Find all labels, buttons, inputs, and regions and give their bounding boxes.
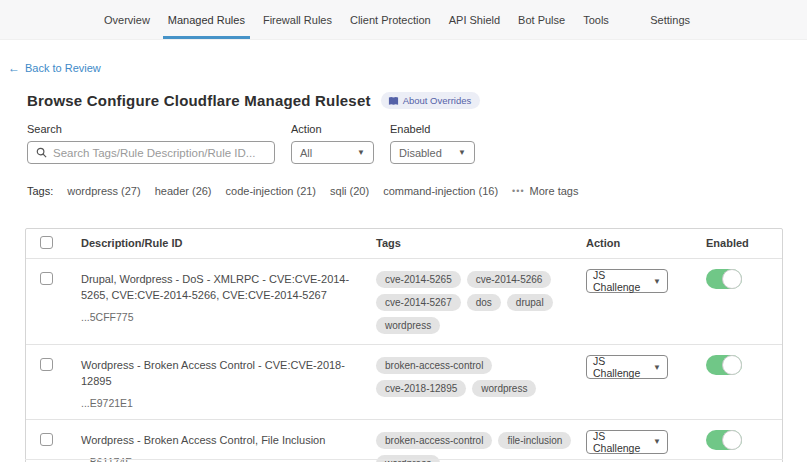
search-input[interactable] <box>53 147 266 159</box>
action-select[interactable]: JS Challenge ▼ <box>586 430 668 454</box>
rule-id: ...5CFF775 <box>81 311 362 323</box>
chevron-down-icon: ▼ <box>458 148 466 157</box>
header-enabled: Enabled <box>698 229 782 249</box>
tab-settings[interactable]: Settings <box>641 0 699 39</box>
tag-filter-code-injection[interactable]: code-injection (21) <box>226 185 317 197</box>
enabled-filter-select[interactable]: Disabled ▼ <box>390 141 475 164</box>
tag-pill[interactable]: drupal <box>507 294 553 311</box>
ellipsis-icon: ••• <box>512 186 524 196</box>
action-filter-select[interactable]: All ▼ <box>291 141 374 164</box>
back-link-label: Back to Review <box>25 62 101 74</box>
more-tags-label: More tags <box>530 185 579 197</box>
header-action: Action <box>586 229 698 249</box>
enabled-filter-value: Disabled <box>399 147 442 159</box>
header-description: Description/Rule ID <box>81 229 376 259</box>
toggle-knob <box>722 269 742 289</box>
tab-api-shield[interactable]: API Shield <box>440 0 509 39</box>
tag-pill[interactable]: file-inclusion <box>498 432 571 449</box>
action-select[interactable]: JS Challenge ▼ <box>586 355 668 379</box>
enabled-toggle[interactable] <box>706 430 742 450</box>
chevron-down-icon: ▼ <box>357 148 365 157</box>
tags-bar-label: Tags: <box>27 185 53 197</box>
tab-managed-rules[interactable]: Managed Rules <box>159 0 254 39</box>
tag-pill[interactable]: cve-2014-5267 <box>376 294 461 311</box>
tag-filter-header[interactable]: header (26) <box>155 185 212 197</box>
rules-table: Description/Rule ID Tags Action Enabled … <box>25 228 783 462</box>
toggle-knob <box>722 430 742 450</box>
action-filter-label: Action <box>291 123 374 135</box>
tags-bar: Tags: wordpress (27) header (26) code-in… <box>27 185 807 197</box>
tag-pill[interactable]: cve-2018-12895 <box>376 380 466 397</box>
table-row: Wordpress - Broken Access Control, File … <box>26 419 782 462</box>
rule-description: Drupal, Wordpress - DoS - XMLRPC - CVE:C… <box>81 272 362 304</box>
tab-tools[interactable]: Tools <box>574 0 618 39</box>
action-value: JS Challenge <box>593 269 653 293</box>
chevron-down-icon: ▼ <box>653 277 661 286</box>
tab-overview[interactable]: Overview <box>95 0 159 39</box>
chevron-down-icon: ▼ <box>653 437 661 446</box>
enabled-toggle[interactable] <box>706 269 742 289</box>
toggle-knob <box>722 355 742 375</box>
rule-id: ...E9721E1 <box>81 397 362 409</box>
search-box[interactable] <box>27 141 275 164</box>
table-header-row: Description/Rule ID Tags Action Enabled <box>26 229 782 258</box>
tag-pill[interactable]: cve-2014-5266 <box>467 271 552 288</box>
tag-pill[interactable]: cve-2014-5265 <box>376 271 461 288</box>
rule-description: Wordpress - Broken Access Control - CVE:… <box>81 358 362 390</box>
tab-firewall-rules[interactable]: Firewall Rules <box>254 0 341 39</box>
chevron-down-icon: ▼ <box>653 363 661 372</box>
select-all-checkbox[interactable] <box>40 236 53 249</box>
row-checkbox[interactable] <box>40 433 53 446</box>
tag-pill[interactable]: broken-access-control <box>376 432 492 449</box>
row-checkbox[interactable] <box>40 358 53 371</box>
tag-pill[interactable]: wordpress <box>376 317 440 334</box>
back-to-review-link[interactable]: ← Back to Review <box>8 61 101 75</box>
about-overrides-label: About Overrides <box>403 95 472 106</box>
page-title: Browse Configure Cloudflare Managed Rule… <box>27 92 371 109</box>
enabled-filter-label: Enabeld <box>390 123 475 135</box>
header-tags: Tags <box>376 229 586 259</box>
enabled-toggle[interactable] <box>706 355 742 375</box>
rule-description: Wordpress - Broken Access Control, File … <box>81 433 362 449</box>
action-filter-value: All <box>300 147 312 159</box>
tag-filter-command-injection[interactable]: command-injection (16) <box>383 185 498 197</box>
action-select[interactable]: JS Challenge ▼ <box>586 269 668 293</box>
rule-tags: cve-2014-5265cve-2014-5266cve-2014-5267d… <box>376 271 580 334</box>
action-value: JS Challenge <box>593 430 653 454</box>
table-row: Drupal, Wordpress - DoS - XMLRPC - CVE:C… <box>26 258 782 344</box>
search-icon <box>36 147 47 158</box>
next-section-edge <box>25 459 783 460</box>
tag-filter-sqli[interactable]: sqli (20) <box>330 185 369 197</box>
rule-tags: broken-access-controlcve-2018-12895wordp… <box>376 357 580 397</box>
action-value: JS Challenge <box>593 355 653 379</box>
title-row: Browse Configure Cloudflare Managed Rule… <box>27 92 807 109</box>
about-overrides-badge[interactable]: About Overrides <box>381 92 481 109</box>
book-icon <box>388 96 399 106</box>
tab-client-protection[interactable]: Client Protection <box>341 0 440 39</box>
row-checkbox[interactable] <box>40 272 53 285</box>
tag-pill[interactable]: dos <box>467 294 501 311</box>
rule-tags: broken-access-controlfile-inclusionwordp… <box>376 432 580 462</box>
tab-bot-pulse[interactable]: Bot Pulse <box>509 0 574 39</box>
search-label: Search <box>27 123 275 135</box>
tag-filter-wordpress[interactable]: wordpress (27) <box>67 185 140 197</box>
filters-bar: Search Action All ▼ Enabeld Disabled ▼ <box>27 123 807 164</box>
more-tags-button[interactable]: ••• More tags <box>512 185 578 197</box>
tag-pill[interactable]: wordpress <box>472 380 536 397</box>
back-arrow-icon: ← <box>8 61 20 75</box>
table-row: Wordpress - Broken Access Control - CVE:… <box>26 344 782 419</box>
tag-pill[interactable]: broken-access-control <box>376 357 492 374</box>
top-nav: Overview Managed Rules Firewall Rules Cl… <box>0 0 807 40</box>
